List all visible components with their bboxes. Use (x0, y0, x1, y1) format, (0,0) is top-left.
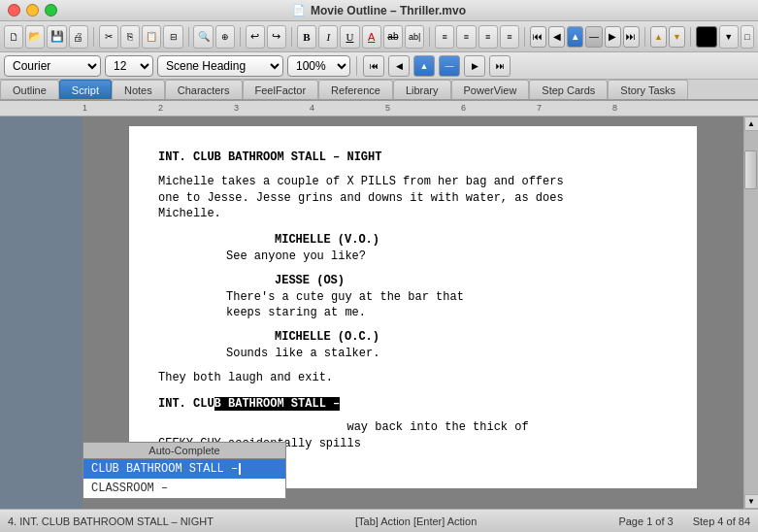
script-area[interactable]: INT. CLUB BATHROOM STALL – NIGHT Michell… (82, 116, 743, 509)
dialogue-3: Sounds like a stalker. (226, 346, 600, 362)
minimize-button[interactable] (26, 4, 39, 17)
italic-button[interactable]: I (318, 25, 338, 49)
tab-script[interactable]: Script (59, 80, 112, 99)
align-center-button[interactable]: ≡ (456, 25, 476, 49)
scene-next-blue[interactable]: ▲ (413, 55, 435, 77)
cut-button[interactable]: ✂ (99, 25, 118, 49)
status-bar: 4. INT. CLUB BATHROOM STALL – NIGHT [Tab… (0, 509, 758, 532)
main-area: INT. CLUB BATHROOM STALL – NIGHT Michell… (0, 116, 758, 509)
tab-feelfactor[interactable]: FeelFactor (243, 80, 319, 99)
dialogue-1: See anyone you like? (226, 249, 600, 265)
action-text-2: They both laugh and exit. (158, 370, 668, 386)
character-2: JESSE (OS) (275, 273, 668, 289)
extra-button[interactable]: □ (741, 25, 754, 49)
status-action: [Tab] Action [Enter] Action (233, 515, 600, 527)
scene-last[interactable]: ⏭ (489, 55, 511, 77)
autocomplete-cursor (239, 463, 241, 475)
search-button[interactable]: 🔍 (193, 25, 213, 49)
window-controls[interactable] (8, 4, 57, 17)
autocomplete-container: Auto-Complete CLUB BATHROOM STALL – CLAS… (82, 442, 286, 499)
special-button[interactable]: ⊟ (163, 25, 182, 49)
autocomplete-item-2[interactable]: CLASSROOM – (83, 479, 285, 498)
zoom-button[interactable]: ⊕ (215, 25, 235, 49)
right-scrollbar[interactable]: ▲ ▼ (743, 116, 758, 509)
strikethrough-button[interactable]: ab (383, 25, 403, 49)
format-sep (356, 56, 357, 76)
paste-button[interactable]: 📋 (142, 25, 161, 49)
nav-last-button[interactable]: ⏭ (623, 26, 640, 48)
scene-first[interactable]: ⏮ (363, 55, 384, 77)
scene-heading-1: INT. CLUB BATHROOM STALL – NIGHT (158, 150, 668, 166)
autocomplete-item-2-text: CLASSROOM – (91, 482, 168, 495)
scroll-thumb[interactable] (744, 150, 757, 189)
tab-storytasks[interactable]: Story Tasks (608, 80, 688, 99)
sep4 (291, 27, 292, 47)
character-3: MICHELLE (O.C.) (275, 329, 668, 346)
left-sidebar (0, 116, 82, 509)
sep8 (690, 27, 691, 47)
tag-down-button[interactable]: ▼ (669, 26, 685, 48)
color-dropdown[interactable]: ▼ (719, 25, 739, 49)
scene-next2[interactable]: ▶ (464, 55, 485, 77)
open-button[interactable]: 📂 (25, 25, 45, 49)
dialogue-2: There's a cute guy at the bar that keeps… (226, 289, 600, 322)
nav-prev-button[interactable]: ◀ (548, 26, 565, 48)
nav-up-button[interactable]: ▲ (567, 26, 583, 48)
maximize-button[interactable] (45, 4, 57, 17)
tab-notes[interactable]: Notes (112, 80, 165, 99)
color-swatch[interactable] (696, 26, 717, 48)
autocomplete-item-1[interactable]: CLUB BATHROOM STALL – (83, 459, 285, 479)
sep2 (188, 27, 189, 47)
justify-button[interactable]: ≡ (500, 25, 519, 49)
zoom-selector[interactable]: 100% (287, 55, 350, 77)
sep3 (240, 27, 241, 47)
ruler: 1 2 3 4 5 6 7 8 (0, 101, 758, 116)
scene-minus[interactable]: — (439, 55, 460, 77)
tag-up-button[interactable]: ▲ (650, 26, 667, 48)
scene2-text: INT. CLU (158, 397, 214, 411)
special2-button[interactable]: ab| (405, 25, 424, 49)
toolbar: 🗋 📂 💾 🖨 ✂ ⎘ 📋 ⊟ 🔍 ⊕ ↩ ↪ B I U A ab ab| ≡… (0, 21, 758, 52)
sep7 (644, 27, 645, 47)
align-right-button[interactable]: ≡ (478, 25, 498, 49)
autocomplete-header: Auto-Complete (82, 442, 286, 458)
align-left-button[interactable]: ≡ (435, 25, 454, 49)
tab-stepcards[interactable]: Step Cards (529, 80, 608, 99)
print-button[interactable]: 🖨 (69, 25, 88, 49)
close-button[interactable] (8, 4, 20, 17)
save-button[interactable]: 💾 (47, 25, 66, 49)
scroll-track[interactable] (744, 131, 758, 494)
scroll-down-arrow[interactable]: ▼ (744, 494, 759, 509)
script-page[interactable]: INT. CLUB BATHROOM STALL – NIGHT Michell… (129, 126, 697, 488)
action-text-3: way back into the thick of way back into… (158, 419, 668, 436)
scroll-up-arrow[interactable]: ▲ (744, 116, 759, 131)
style-selector[interactable]: Scene Heading (157, 55, 283, 77)
underline-button[interactable]: U (340, 25, 359, 49)
window-title: Movie Outline – Thriller.mvo (311, 4, 466, 17)
redo-button[interactable]: ↪ (267, 25, 286, 49)
font-selector[interactable]: Courier (4, 55, 101, 77)
copy-button[interactable]: ⎘ (120, 25, 140, 49)
sep6 (524, 27, 525, 47)
size-selector[interactable]: 12 (105, 55, 153, 77)
nav-first-button[interactable]: ⏮ (530, 26, 546, 48)
sep1 (93, 27, 94, 47)
undo-button[interactable]: ↩ (246, 25, 265, 49)
tab-characters[interactable]: Characters (165, 80, 243, 99)
bold-button[interactable]: B (297, 25, 316, 49)
scene-heading-2-partial: INT. CLUB BATHROOM STALL – (158, 396, 668, 413)
tab-outline[interactable]: Outline (0, 80, 59, 99)
autocomplete-list: CLUB BATHROOM STALL – CLASSROOM – (82, 458, 286, 499)
scene-prev[interactable]: ◀ (388, 55, 410, 77)
nav-next-button[interactable]: ▶ (605, 26, 621, 48)
character-1: MICHELLE (V.O.) (275, 232, 668, 249)
tab-library[interactable]: Library (393, 80, 451, 99)
status-page: Page 1 of 3 (618, 515, 673, 527)
text-color-button[interactable]: A (362, 25, 381, 49)
tab-powerview[interactable]: PowerView (451, 80, 530, 99)
status-scene: 4. INT. CLUB BATHROOM STALL – NIGHT (8, 515, 214, 527)
nav-down-button[interactable]: — (585, 26, 602, 48)
autocomplete-item-1-text: CLUB BATHROOM STALL – (91, 462, 238, 476)
new-button[interactable]: 🗋 (4, 25, 23, 49)
tab-reference[interactable]: Reference (318, 80, 393, 99)
